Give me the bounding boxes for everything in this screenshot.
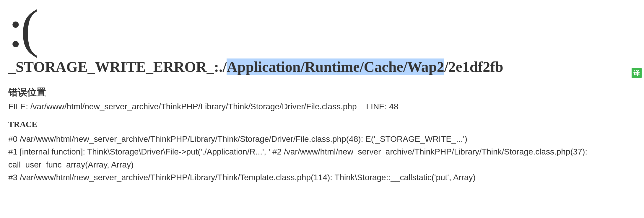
- trace-line: #1 [internal function]: Think\Storage\Dr…: [8, 145, 636, 171]
- sad-face-icon: :(: [8, 6, 636, 51]
- error-location-heading: 错误位置: [8, 86, 636, 99]
- line-label: LINE:: [366, 102, 389, 111]
- error-highlighted-path: Application/Runtime/Cache/Wap2: [227, 58, 444, 75]
- file-line-info: FILE: /var/www/html/new_server_archive/T…: [8, 102, 636, 111]
- trace-heading: TRACE: [8, 120, 636, 129]
- trace-line: #0 /var/www/html/new_server_archive/Thin…: [8, 133, 636, 145]
- file-path: /var/www/html/new_server_archive/ThinkPH…: [30, 102, 357, 111]
- line-number: 48: [389, 102, 398, 111]
- translate-badge-icon[interactable]: 译: [632, 68, 642, 78]
- trace-line: #3 /var/www/html/new_server_archive/Thin…: [8, 171, 636, 184]
- error-title: _STORAGE_WRITE_ERROR_:./Application/Runt…: [8, 58, 636, 75]
- file-label: FILE:: [8, 102, 30, 111]
- error-prefix: _STORAGE_WRITE_ERROR_:./: [8, 58, 227, 75]
- error-suffix: /2e1df2fb: [444, 58, 503, 75]
